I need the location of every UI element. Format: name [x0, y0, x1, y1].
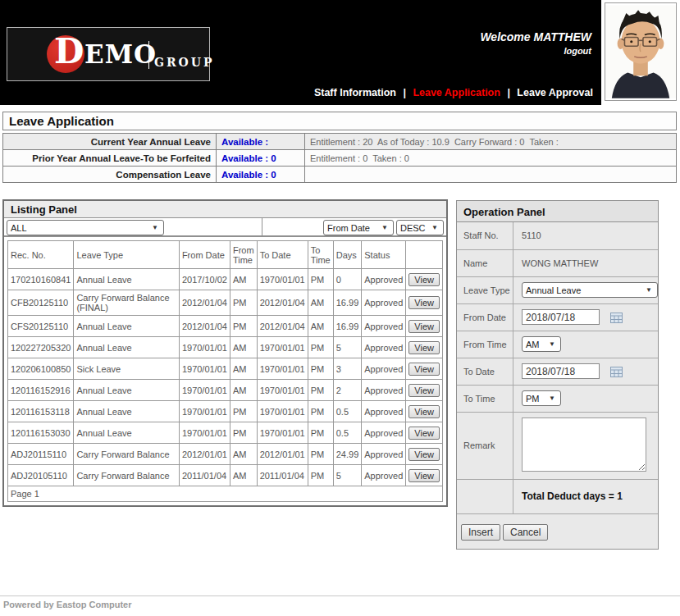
view-button[interactable]: View	[408, 448, 440, 461]
view-button[interactable]: View	[408, 469, 440, 482]
summary-detail	[305, 167, 677, 183]
table-cell: Carry Forward Balance	[74, 465, 179, 486]
table-cell: AM	[308, 316, 333, 337]
table-cell: 2012/01/04	[179, 290, 230, 316]
staff-portrait-image	[605, 2, 677, 101]
table-cell: PM	[308, 401, 333, 422]
to-date-row: To Date	[457, 358, 658, 385]
summary-row: Current Year Annual Leave Available : En…	[3, 134, 677, 150]
insert-button[interactable]: Insert	[461, 524, 500, 541]
table-cell: ADJ20105110	[8, 465, 74, 486]
table-cell: 2011/01/04	[179, 465, 230, 486]
table-cell: Approved	[362, 444, 406, 465]
nav-staff-information[interactable]: Staff Information	[314, 87, 396, 98]
leave-type-filter-select[interactable]: ALL ▼	[7, 220, 164, 235]
table-row: 120116153030Annual Leave1970/01/01PM1970…	[8, 422, 443, 444]
cancel-button[interactable]: Cancel	[503, 524, 548, 541]
table-cell: 120116153030	[8, 422, 74, 444]
remark-label: Remark	[457, 412, 513, 479]
table-cell: Approved	[362, 401, 406, 422]
table-cell: 0	[333, 269, 362, 290]
from-time-label: From Time	[457, 331, 513, 358]
listing-panel: Listing Panel ALL ▼ From Date ▼ DESC ▼	[2, 199, 448, 507]
from-time-select[interactable]: AM ▼	[522, 336, 561, 352]
table-cell: PM	[308, 380, 333, 401]
sort-field-select[interactable]: From Date ▼	[323, 220, 394, 235]
table-cell: PM	[308, 422, 333, 444]
total-deduct-days: Total Deduct days = 1	[513, 479, 659, 513]
listing-filter-bar: ALL ▼ From Date ▼ DESC ▼	[4, 218, 446, 237]
nav-separator: |	[403, 87, 406, 98]
summary-row: Prior Year Annual Leave-To be Forfeited …	[3, 150, 677, 167]
to-date-label: To Date	[457, 358, 513, 385]
table-cell: 1970/01/01	[179, 401, 230, 422]
sort-direction-select[interactable]: DESC ▼	[396, 220, 444, 235]
nav-leave-approval[interactable]: Leave Approval	[517, 87, 593, 98]
view-button[interactable]: View	[408, 427, 440, 440]
table-cell: PM	[230, 422, 257, 444]
table-cell: ADJ20115110	[8, 444, 74, 465]
from-date-input[interactable]	[522, 309, 600, 325]
table-cell: 120227205320	[8, 337, 74, 358]
leave-records-table: Rec. No. Leave Type From Date From Time …	[7, 240, 443, 502]
filter-select-value: ALL	[11, 223, 27, 233]
table-cell: PM	[230, 316, 257, 337]
view-button[interactable]: View	[408, 363, 440, 376]
chevron-down-icon: ▼	[549, 395, 555, 402]
logo-divider	[148, 41, 149, 69]
summary-available: Available : 0	[217, 167, 305, 183]
table-row: ADJ20115110Carry Forward Balance2012/01/…	[8, 444, 443, 465]
table-cell: 170210160841	[8, 269, 74, 290]
table-cell: Carry Forward Balance	[74, 444, 179, 465]
view-button[interactable]: View	[408, 320, 440, 333]
view-button[interactable]: View	[408, 384, 440, 397]
col-from-time: From Time	[230, 241, 257, 269]
to-time-value: PM	[526, 394, 540, 404]
remark-textarea[interactable]	[522, 418, 646, 472]
operation-buttons: Insert Cancel	[457, 514, 658, 549]
to-date-input[interactable]	[522, 363, 600, 379]
logout-link[interactable]: logout	[564, 46, 591, 56]
to-time-select[interactable]: PM ▼	[522, 390, 561, 406]
chevron-down-icon: ▼	[152, 224, 158, 231]
table-cell: 1970/01/01	[257, 269, 308, 290]
listing-panel-title: Listing Panel	[4, 201, 446, 218]
page-title: Leave Application	[2, 112, 677, 130]
table-cell: Annual Leave	[74, 337, 179, 358]
from-date-row: From Date	[457, 303, 658, 331]
col-rec-no: Rec. No.	[8, 241, 74, 269]
logo-text-emo: EMO	[84, 39, 157, 69]
table-cell: 1970/01/01	[257, 337, 308, 358]
view-button[interactable]: View	[408, 273, 440, 286]
table-cell: AM	[230, 380, 257, 401]
table-cell: Approved	[362, 290, 406, 316]
table-cell: PM	[308, 444, 333, 465]
view-button[interactable]: View	[408, 405, 440, 418]
chevron-down-icon: ▼	[549, 340, 555, 348]
table-cell: PM	[230, 290, 257, 316]
table-cell: PM	[308, 337, 333, 358]
table-cell: CFB20125110	[8, 290, 74, 316]
summary-label: Compensation Leave	[3, 167, 217, 183]
leave-type-select[interactable]: Annual Leave ▼	[522, 282, 658, 298]
table-cell: 2012/01/04	[257, 316, 308, 337]
table-cell: Approved	[362, 269, 406, 290]
table-header-row: Rec. No. Leave Type From Date From Time …	[8, 241, 443, 269]
view-button[interactable]: View	[408, 296, 440, 309]
summary-detail: Entitlement : 0 Taken : 0	[305, 150, 677, 167]
table-row: 120116152916Annual Leave1970/01/01AM1970…	[8, 380, 443, 401]
view-button-cell: View	[406, 358, 443, 380]
view-button-cell: View	[406, 290, 443, 316]
table-cell: 1970/01/01	[257, 401, 308, 422]
view-button-cell: View	[406, 401, 443, 422]
view-button[interactable]: View	[408, 341, 440, 354]
nav-leave-application[interactable]: Leave Application	[413, 87, 500, 98]
summary-row: Compensation Leave Available : 0	[3, 167, 677, 183]
to-time-row: To Time PM ▼	[457, 385, 658, 412]
from-time-value: AM	[526, 340, 540, 349]
chevron-down-icon: ▼	[381, 224, 388, 231]
table-cell: 1970/01/01	[179, 358, 230, 380]
table-cell: 5	[333, 465, 362, 486]
calendar-icon[interactable]	[610, 367, 623, 377]
calendar-icon[interactable]	[610, 313, 623, 323]
